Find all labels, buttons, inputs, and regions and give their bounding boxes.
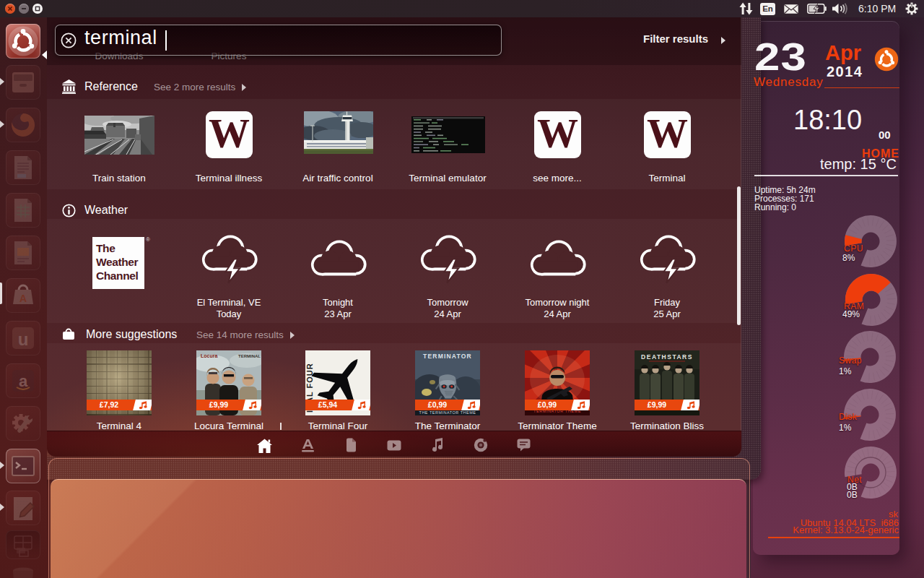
- svg-text:DEATHSTARS: DEATHSTARS: [641, 353, 693, 361]
- svg-text:u: u: [18, 329, 29, 349]
- svg-text:a: a: [19, 372, 28, 390]
- svg-text:TERMINATOR: TERMINATOR: [423, 353, 472, 360]
- svg-text:Locura: Locura: [201, 353, 217, 358]
- svg-text:A: A: [19, 293, 27, 304]
- svg-text:TERMINAL: TERMINAL: [238, 354, 261, 358]
- svg-text:THE TERMINATOR THEME: THE TERMINATOR THEME: [419, 410, 476, 415]
